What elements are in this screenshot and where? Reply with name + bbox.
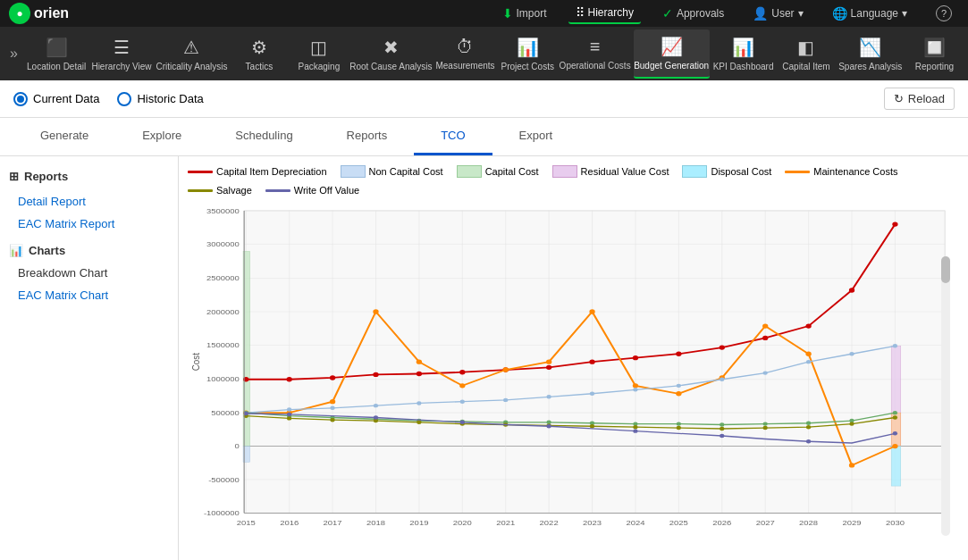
logo-icon: ●: [9, 3, 30, 24]
toolbar-project-costs[interactable]: 📊 Project Costs: [499, 29, 557, 79]
toolbar-capital-item[interactable]: ◧ Capital Item: [777, 29, 835, 79]
sidebar-breakdown-chart[interactable]: Breakdown Chart: [9, 262, 169, 284]
current-data-radio[interactable]: Current Data: [13, 92, 99, 106]
tab-export[interactable]: Export: [492, 118, 580, 155]
sidebar-reports-title: ⊞ Reports: [9, 170, 169, 183]
legend-color-capital-depreciation: [188, 171, 213, 173]
svg-point-71: [762, 336, 768, 340]
svg-point-127: [417, 421, 421, 424]
toolbar: » ⬛ Location Detail ☰ Hierarchy View ⚠ C…: [0, 27, 968, 80]
import-btn[interactable]: ⬇ Import: [495, 4, 554, 23]
location-detail-icon: ⬛: [46, 37, 68, 58]
svg-point-74: [892, 221, 897, 226]
svg-text:1500000: 1500000: [206, 341, 240, 349]
criticality-label: Criticality Analysis: [156, 62, 227, 71]
toolbar-kpi-dashboard[interactable]: 📊 KPI Dashboard: [711, 29, 776, 79]
svg-text:2016: 2016: [280, 518, 299, 526]
svg-point-97: [503, 398, 508, 402]
toolbar-measurements[interactable]: ⏱ Measurements: [433, 29, 496, 79]
operational-costs-icon: ≡: [590, 37, 601, 57]
legend-disposal-cost: Disposal Cost: [682, 165, 771, 178]
toolbar-location-detail[interactable]: ⬛ Location Detail: [25, 29, 88, 79]
svg-point-142: [460, 421, 465, 424]
location-detail-label: Location Detail: [27, 62, 86, 71]
sidebar-detail-report[interactable]: Detail Report: [9, 190, 169, 213]
svg-point-96: [460, 399, 465, 403]
project-costs-label: Project Costs: [501, 62, 553, 71]
svg-rect-58: [891, 447, 901, 487]
sidebar-eac-matrix-report[interactable]: EAC Matrix Report: [9, 213, 169, 235]
legend-label-capital-cost: Capital Cost: [485, 166, 539, 177]
svg-text:2018: 2018: [366, 518, 385, 526]
historic-data-label: Historic Data: [137, 92, 203, 105]
svg-point-80: [459, 383, 465, 388]
svg-point-83: [589, 309, 594, 313]
chart-svg-container: 3500000 3000000 2500000 2000000 1500000 …: [188, 203, 959, 545]
sidebar: ⊞ Reports Detail Report EAC Matrix Repor…: [0, 156, 179, 560]
tactics-icon: ⚙: [251, 37, 267, 58]
svg-point-77: [330, 399, 335, 404]
legend-color-residual: [552, 165, 577, 178]
svg-point-137: [849, 422, 854, 425]
svg-point-90: [892, 444, 897, 448]
import-icon: ⬇: [502, 6, 513, 21]
top-nav: ● orien ⬇ Import ⠿ Hierarchy ✓ Approvals…: [0, 0, 968, 27]
tab-scheduling[interactable]: Scheduling: [208, 118, 319, 155]
svg-point-140: [287, 413, 291, 416]
svg-point-124: [287, 416, 291, 420]
top-nav-actions: ⬇ Import ⠿ Hierarchy ✓ Approvals 👤 User …: [495, 3, 959, 24]
legend-label-maintenance: Maintenance Costs: [813, 166, 897, 177]
toolbar-packaging[interactable]: ◫ Packaging: [290, 29, 348, 79]
svg-text:2015: 2015: [237, 518, 256, 526]
svg-point-88: [805, 352, 811, 356]
tab-generate[interactable]: Generate: [13, 118, 115, 155]
legend-salvage: Salvage: [188, 185, 252, 196]
svg-point-63: [417, 372, 422, 376]
legend-color-salvage: [188, 189, 213, 192]
legend-label-disposal: Disposal Cost: [711, 166, 771, 177]
budget-gen-icon: 📈: [661, 36, 683, 57]
approvals-btn[interactable]: ✓ Approvals: [655, 4, 731, 23]
measurements-icon: ⏱: [456, 37, 474, 57]
historic-data-radio[interactable]: Historic Data: [117, 92, 203, 106]
toolbar-spares-analysis[interactable]: 📉 Spares Analysis: [837, 29, 904, 79]
svg-text:500000: 500000: [211, 409, 240, 417]
toolbar-budget-generation[interactable]: 📈 Budget Generation: [634, 29, 710, 79]
toolbar-hierarchy-view[interactable]: ☰ Hierarchy View: [89, 29, 153, 79]
help-btn[interactable]: ?: [929, 3, 959, 24]
hierarchy-btn[interactable]: ⠿ Hierarchy: [568, 3, 641, 24]
svg-point-133: [677, 426, 681, 430]
toolbar-criticality-analysis[interactable]: ⚠ Criticality Analysis: [156, 29, 229, 79]
project-costs-icon: 📊: [517, 37, 539, 58]
data-toggle-bar: Current Data Historic Data ↻ Reload: [0, 80, 968, 118]
sidebar-eac-matrix-chart[interactable]: EAC Matrix Chart: [9, 284, 169, 306]
kpi-label: KPI Dashboard: [713, 62, 774, 71]
language-btn[interactable]: 🌐 Language ▾: [825, 4, 914, 23]
toolbar-expander[interactable]: »: [4, 42, 23, 65]
toolbar-tactics[interactable]: ⚙ Tactics: [230, 29, 288, 79]
svg-text:2023: 2023: [583, 518, 602, 526]
user-btn[interactable]: 👤 User ▾: [745, 4, 810, 23]
toolbar-root-cause[interactable]: ✖ Root Cause Analysis: [349, 29, 432, 79]
language-dropdown-icon: ▾: [902, 7, 907, 20]
hierarchy-view-icon: ☰: [114, 37, 130, 58]
svg-point-118: [720, 422, 724, 426]
tab-reports[interactable]: Reports: [320, 118, 415, 155]
tab-explore[interactable]: Explore: [115, 118, 208, 155]
chart-scrollbar[interactable]: [941, 256, 950, 536]
svg-text:2000000: 2000000: [206, 307, 240, 315]
toolbar-reporting[interactable]: 🔲 Reporting: [905, 29, 964, 79]
legend-label-writeoff: Write Off Value: [294, 185, 359, 196]
svg-point-78: [373, 309, 378, 313]
logo-text: orien: [34, 5, 69, 21]
svg-text:2024: 2024: [626, 518, 644, 526]
svg-point-98: [547, 395, 551, 398]
reload-button[interactable]: ↻ Reload: [884, 88, 955, 110]
toolbar-operational-costs[interactable]: ≡ Operational Costs: [559, 29, 632, 79]
svg-point-93: [330, 406, 334, 410]
svg-point-61: [330, 375, 335, 380]
chart-scrollbar-thumb[interactable]: [941, 256, 950, 283]
svg-text:2029: 2029: [842, 518, 861, 526]
tab-tco[interactable]: TCO: [414, 118, 492, 155]
svg-point-106: [893, 344, 897, 347]
